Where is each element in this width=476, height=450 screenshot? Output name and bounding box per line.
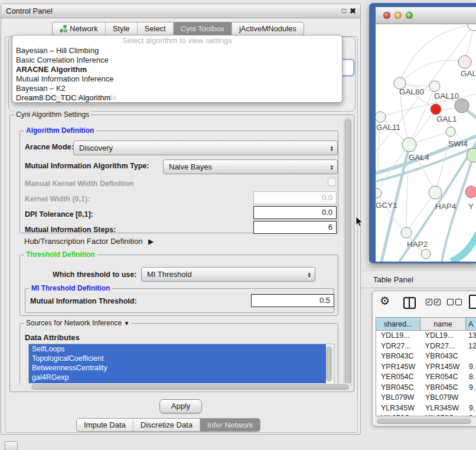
algorithm-option-dream8-dc-tdc-algorithm[interactable]: Dream8 DC_TDC Algorithm bbox=[12, 93, 342, 103]
collapsed-panel-button[interactable] bbox=[5, 441, 18, 450]
mi-steps-field[interactable]: 6 bbox=[253, 221, 337, 234]
network-node[interactable] bbox=[455, 99, 469, 113]
kernel-width-field[interactable]: 0.0 bbox=[253, 191, 337, 204]
attributes-scrollbar-thumb[interactable] bbox=[327, 347, 331, 381]
network-node-hap4[interactable] bbox=[429, 186, 442, 199]
network-canvas[interactable]: GALGAL80GAL10GAL1GAL11SWI4GAL4GCY1HAP4YH… bbox=[376, 24, 476, 262]
column-header-shared-[interactable]: shared... bbox=[376, 318, 420, 330]
network-window-titlebar[interactable] bbox=[376, 7, 476, 24]
sources-legend: Sources for Network Inference ▼ bbox=[24, 319, 131, 327]
cyni-settings-legend: Cyni Algorithm Settings bbox=[14, 110, 91, 119]
collapse-down-icon[interactable]: ▼ bbox=[123, 320, 129, 327]
column-header-a[interactable]: A bbox=[466, 318, 476, 330]
apply-button[interactable]: Apply bbox=[159, 399, 202, 413]
settings-vertical-scrollbar[interactable] bbox=[344, 118, 352, 388]
settings-vertical-scrollbar-thumb[interactable] bbox=[345, 119, 351, 385]
network-node[interactable] bbox=[468, 24, 476, 31]
manual-kernel-checkbox[interactable] bbox=[328, 178, 336, 186]
table-row[interactable]: YBR043CYBR043C bbox=[376, 351, 476, 362]
tab-style[interactable]: Style bbox=[105, 22, 137, 35]
network-graph[interactable]: GALGAL80GAL10GAL1GAL11SWI4GAL4GCY1HAP4YH… bbox=[376, 24, 476, 262]
attribute-item-gal4rgexp[interactable]: gal4RGexp bbox=[29, 373, 326, 382]
tab-infer-network[interactable]: Infer Network bbox=[200, 419, 260, 431]
tab-select[interactable]: Select bbox=[137, 22, 173, 35]
select-all-checkboxes-icon[interactable]: ✓ ✓ bbox=[426, 299, 441, 305]
control-panel-title: Control Panel bbox=[6, 6, 53, 15]
network-node[interactable] bbox=[421, 249, 431, 259]
which-threshold-select[interactable]: MI Threshold ▲▼ bbox=[141, 267, 315, 282]
dpi-tolerance-field[interactable]: 0.0 bbox=[253, 206, 337, 219]
mouse-cursor bbox=[356, 216, 363, 227]
attribute-item-topologicalcoefficient[interactable]: TopologicalCoefficient bbox=[29, 354, 326, 363]
mi-type-value: Naive Bayes bbox=[169, 162, 212, 171]
network-node-gal4[interactable] bbox=[402, 138, 416, 152]
algorithm-option-bayesian-hill-climbing[interactable]: Bayesian – Hill Climbing bbox=[12, 46, 342, 56]
deselect-all-checkboxes-icon[interactable] bbox=[447, 299, 462, 305]
node-label-gal1: GAL1 bbox=[436, 115, 457, 123]
algorithm-option-aracne-algorithm[interactable]: ARACNE Algorithm bbox=[12, 65, 342, 74]
table-cell: YBL079W bbox=[376, 393, 420, 403]
network-node-swi4[interactable] bbox=[446, 127, 455, 136]
aracne-mode-select[interactable]: Discovery ▲▼ bbox=[73, 141, 338, 155]
attribute-item-betweennesscentrality[interactable]: BetweennessCentrality bbox=[29, 363, 326, 373]
settings-horizontal-scrollbar[interactable] bbox=[11, 383, 351, 391]
table-body: YDL19...YDL19...13YDR27...YDR27...12YBR0… bbox=[376, 331, 476, 416]
network-node-gal11[interactable] bbox=[376, 112, 386, 122]
table-cell: 13 bbox=[465, 331, 476, 341]
network-node-y[interactable] bbox=[465, 186, 476, 198]
column-header-name[interactable]: name bbox=[420, 318, 466, 330]
network-node-gal1[interactable] bbox=[431, 104, 441, 115]
gear-icon[interactable]: ⚙ bbox=[380, 295, 390, 306]
attributes-scrollbar[interactable] bbox=[326, 345, 332, 382]
network-icon bbox=[60, 25, 67, 32]
document-icon[interactable] bbox=[469, 295, 476, 309]
table-cell: YER054C bbox=[420, 372, 466, 383]
network-node-gal[interactable] bbox=[458, 56, 471, 69]
table-row[interactable]: YBR045CYBR045C9. bbox=[376, 383, 476, 393]
table-row[interactable]: YDR27...YDR27...12 bbox=[376, 341, 476, 352]
float-window-icon[interactable]: □ bbox=[342, 6, 346, 15]
mi-type-select[interactable]: Naive Bayes ▲▼ bbox=[163, 159, 338, 174]
table-row[interactable]: YDL19...YDL19...13 bbox=[376, 331, 476, 341]
node-label-swi4: SWI4 bbox=[448, 139, 468, 148]
table-cell: YDR27... bbox=[420, 341, 466, 352]
network-view-window[interactable]: GALGAL80GAL10GAL1GAL11SWI4GAL4GCY1HAP4YH… bbox=[369, 3, 476, 263]
tab-cyni-toolbox[interactable]: Cyni Toolbox bbox=[173, 22, 232, 35]
node-table[interactable]: shared...nameA YDL19...YDL19...13YDR27..… bbox=[376, 317, 476, 416]
table-row[interactable]: YBL079WYBL079W bbox=[376, 393, 476, 403]
algorithm-option-basic-correlation-inference[interactable]: Basic Correlation Inference bbox=[12, 56, 342, 65]
zoom-traffic-light-icon[interactable] bbox=[406, 12, 413, 19]
network-node-gal10[interactable] bbox=[429, 81, 440, 92]
close-icon[interactable]: ✖ bbox=[350, 6, 356, 15]
table-panel-title: Table Panel bbox=[373, 275, 413, 284]
data-attributes-list[interactable]: SelfLoopsTopologicalCoefficientBetweenne… bbox=[28, 344, 334, 385]
table-row[interactable]: YIL052CYIL052C9. bbox=[376, 413, 476, 416]
table-row[interactable]: YLR345WYLR345W9. bbox=[376, 403, 476, 414]
algorithm-option-bayesian-k2[interactable]: Bayesian – K2 bbox=[12, 84, 342, 93]
table-row[interactable]: YER054CYER054C8. bbox=[376, 372, 476, 383]
column-layout-icon[interactable] bbox=[403, 297, 416, 309]
network-node-gcy1[interactable] bbox=[376, 188, 382, 198]
tab-discretize-data[interactable]: Discretize Data bbox=[133, 419, 200, 431]
table-cell bbox=[466, 393, 469, 403]
node-label-gal10: GAL10 bbox=[434, 92, 459, 100]
network-node-hap2[interactable] bbox=[401, 227, 412, 238]
hub-definition-toggle[interactable]: Hub/Transcription Factor Definition ▶ bbox=[24, 237, 154, 246]
algorithm-option-mutual-information-inference[interactable]: Mutual Information Inference bbox=[12, 74, 342, 84]
tab-impute-data[interactable]: Impute Data bbox=[77, 419, 133, 431]
table-row[interactable]: YPR145WYPR145W9. bbox=[376, 362, 476, 373]
mi-type-label: Mutual Information Algorithm Type: bbox=[25, 162, 149, 170]
tab-jactivemnodules[interactable]: jActiveMNodules bbox=[232, 22, 304, 35]
close-traffic-light-icon[interactable] bbox=[383, 12, 390, 19]
aracne-mode-label: Aracne Mode: bbox=[25, 143, 74, 151]
combo-stepper-icon: ▲▼ bbox=[330, 145, 334, 151]
node-label-hap4: HAP4 bbox=[435, 202, 457, 211]
which-threshold-label: Which threshold to use: bbox=[53, 270, 136, 279]
tab-network[interactable]: Network bbox=[53, 22, 105, 35]
minimize-traffic-light-icon[interactable] bbox=[395, 12, 402, 19]
settings-horizontal-scrollbar-thumb[interactable] bbox=[31, 384, 349, 390]
attribute-item-selfloops[interactable]: SelfLoops bbox=[29, 344, 326, 354]
mi-threshold-field[interactable]: 0.5 bbox=[251, 294, 334, 307]
table-horizontal-scrollbar-thumb[interactable] bbox=[377, 419, 471, 424]
table-horizontal-scrollbar[interactable] bbox=[375, 417, 476, 425]
